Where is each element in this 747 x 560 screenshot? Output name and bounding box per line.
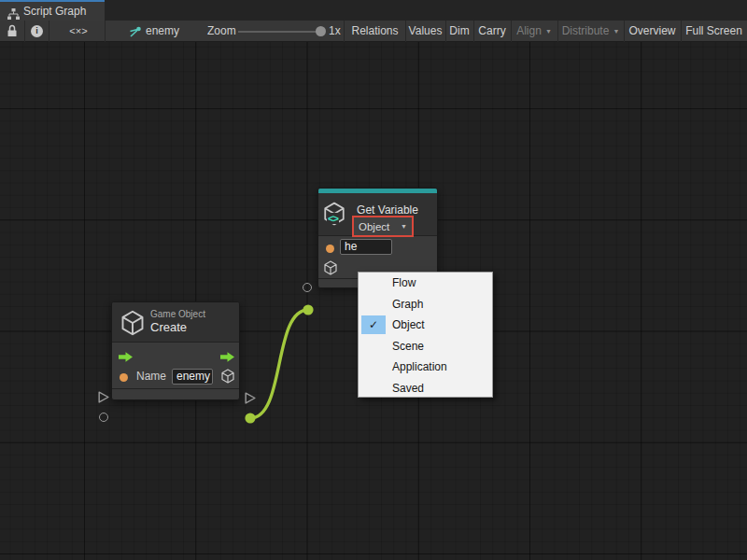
name-input-field[interactable]: enemy — [172, 369, 213, 385]
align-button[interactable]: Align▼ — [511, 21, 557, 42]
menu-item-label: Saved — [392, 382, 424, 395]
graph-toolbar: i <×> enemy Zoom 1x Relations Values Dim… — [0, 21, 747, 42]
breadcrumb-graph-name[interactable]: enemy — [146, 21, 179, 42]
relations-button[interactable]: Relations — [345, 21, 405, 42]
menu-item-label: Scene — [392, 340, 424, 353]
zoom-label: Zoom — [207, 21, 236, 42]
menu-item-application[interactable]: Application — [359, 357, 492, 378]
menu-item-scene[interactable]: Scene — [359, 336, 492, 357]
distribute-label: Distribute — [562, 24, 610, 37]
name-value-port[interactable] — [120, 373, 128, 382]
zoom-slider-handle[interactable] — [316, 26, 326, 36]
overview-button[interactable]: Overview — [624, 21, 681, 42]
chevron-down-icon: ▼ — [545, 28, 552, 35]
dim-button[interactable]: Dim — [445, 21, 473, 42]
get-variable-title: Get Variable — [346, 203, 429, 217]
game-object-output-port-icon[interactable] — [221, 369, 234, 387]
toolbar-separator — [105, 21, 106, 42]
variable-brackets-icon: <> — [327, 213, 339, 224]
menu-item-flow[interactable]: Flow — [359, 273, 492, 294]
menu-item-graph[interactable]: Graph — [359, 294, 492, 315]
menu-item-saved[interactable]: Saved — [359, 378, 492, 399]
tab-script-graph[interactable]: Script Graph — [0, 0, 105, 21]
script-graph-window: Script Graph ⋮ × i <×> enemy Zoom — [0, 0, 747, 560]
game-object-cube-icon — [120, 310, 145, 340]
align-label: Align — [516, 24, 542, 37]
kind-dropdown-selection-highlight — [352, 216, 414, 237]
create-node-title: Create — [150, 320, 187, 334]
tab-title: Script Graph — [23, 2, 86, 21]
menu-item-label: Object — [392, 318, 425, 331]
menu-item-label: Application — [392, 360, 447, 373]
create-node-header: Game Object Create — [112, 302, 239, 342]
flow-input-port[interactable] — [119, 349, 133, 366]
get-variable-node-header: <> Get Variable Object ▼ — [318, 193, 437, 235]
menu-item-object[interactable]: ✓ Object — [359, 315, 492, 336]
carry-button[interactable]: Carry — [473, 21, 511, 42]
variable-name-field[interactable]: he — [340, 239, 392, 255]
code-connection-icon[interactable]: <×> — [63, 21, 93, 42]
flow-output-connector[interactable] — [244, 391, 256, 408]
distribute-button[interactable]: Distribute▼ — [557, 21, 624, 42]
menu-item-label: Flow — [392, 276, 416, 289]
name-port-label: Name — [136, 370, 166, 383]
toolbar-separator — [49, 21, 49, 42]
node-divider — [112, 388, 239, 389]
flow-input-connector[interactable] — [97, 390, 109, 407]
menu-item-label: Graph — [392, 298, 423, 311]
value-input-connector[interactable] — [99, 413, 108, 422]
zoom-slider-track[interactable] — [238, 31, 320, 33]
toolbar-separator — [24, 21, 25, 42]
values-button[interactable]: Values — [405, 21, 445, 42]
variable-kind-context-menu: Flow Graph ✓ Object Scene Application Sa… — [358, 272, 493, 398]
variable-name-port[interactable] — [326, 245, 334, 253]
create-node-category: Game Object — [150, 309, 205, 319]
flow-output-port[interactable] — [220, 349, 234, 366]
check-icon: ✓ — [361, 315, 386, 334]
chevron-down-icon: ▼ — [613, 28, 619, 35]
game-object-input-port-icon[interactable] — [324, 260, 337, 279]
info-icon[interactable]: i — [31, 25, 43, 37]
full-screen-button[interactable]: Full Screen — [681, 21, 747, 42]
create-node[interactable]: Game Object Create Name enemy — [111, 301, 240, 400]
variable-name-connector[interactable] — [303, 283, 312, 292]
tab-bar: Script Graph ⋮ × — [0, 0, 747, 21]
zoom-value: 1x — [329, 21, 341, 42]
node-divider — [112, 342, 239, 343]
